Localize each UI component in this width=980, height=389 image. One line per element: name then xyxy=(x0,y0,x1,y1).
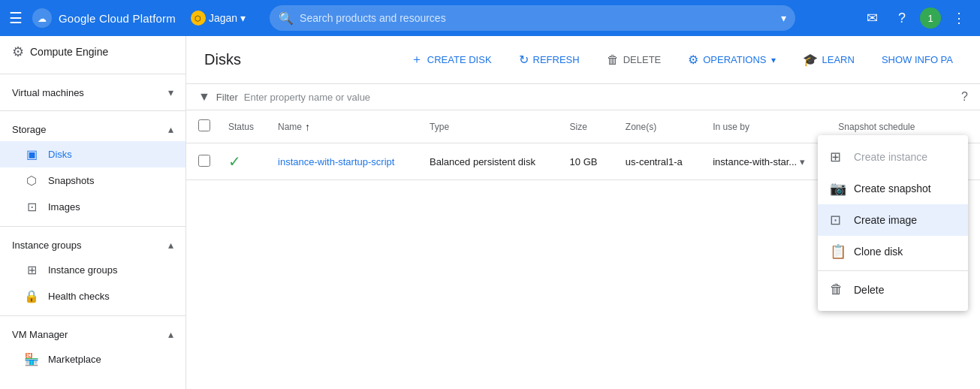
main-content: Disks ＋ CREATE DISK ↻ REFRESH 🗑 DELETE ⚙… xyxy=(186,36,980,389)
refresh-label: REFRESH xyxy=(533,54,580,65)
row-status: ✓ xyxy=(216,143,266,180)
delete-label: DELETE xyxy=(623,54,662,65)
health-checks-label: Health checks xyxy=(48,291,110,302)
operations-button[interactable]: ⚙ OPERATIONS ▾ xyxy=(679,47,784,72)
row-checkbox-cell xyxy=(186,143,216,180)
instance-groups-label: Instance groups xyxy=(48,264,118,276)
sidebar-item-snapshots[interactable]: ⬡ Snapshots xyxy=(0,167,185,194)
context-delete-label: Delete xyxy=(854,284,884,296)
instance-groups-chevron-icon: ▴ xyxy=(168,239,173,251)
header-status: Status xyxy=(216,110,266,143)
operations-label: OPERATIONS xyxy=(703,54,766,65)
delete-button[interactable]: 🗑 DELETE xyxy=(598,48,671,72)
search-input[interactable] xyxy=(300,12,781,24)
header-name[interactable]: Name ↑ xyxy=(266,110,418,143)
learn-button[interactable]: 🎓 LEARN xyxy=(794,47,864,72)
sidebar-item-disks[interactable]: ▣ Disks xyxy=(0,141,185,167)
project-dropdown-icon: ▾ xyxy=(240,12,246,24)
avatar[interactable]: 1 xyxy=(920,8,941,29)
create-instance-label: Create instance xyxy=(854,151,927,163)
context-menu-item-clone-disk[interactable]: 📋 Clone disk xyxy=(818,236,968,267)
refresh-button[interactable]: ↻ REFRESH xyxy=(510,47,589,72)
search-bar: 🔍 ▾ xyxy=(270,5,795,31)
sidebar-divider-1 xyxy=(0,110,185,111)
status-ok-icon: ✓ xyxy=(228,153,241,170)
more-options-icon[interactable]: ⋮ xyxy=(947,6,971,30)
header-zones: Zone(s) xyxy=(614,110,701,143)
sidebar-item-instance-groups[interactable]: ⊞ Instance groups xyxy=(0,257,185,283)
snapshots-icon: ⬡ xyxy=(24,173,39,188)
header-checkbox-cell xyxy=(186,110,216,143)
disk-name-link[interactable]: instance-with-startup-script xyxy=(278,156,394,167)
header-in-use-by: In use by xyxy=(701,110,826,143)
storage-label: Storage xyxy=(12,124,162,135)
sidebar-section-virtual-machines[interactable]: Virtual machines ▾ xyxy=(0,80,185,104)
name-sort-icon: ↑ xyxy=(305,121,310,133)
create-disk-button[interactable]: ＋ CREATE DISK xyxy=(402,47,501,73)
header-name-label: Name xyxy=(278,122,302,132)
row-checkbox[interactable] xyxy=(198,155,210,167)
learn-label: LEARN xyxy=(822,54,855,65)
marketplace-icon: 🏪 xyxy=(24,352,39,366)
row-size: 10 GB xyxy=(558,143,614,180)
sidebar-divider-2 xyxy=(0,226,185,227)
row-in-use-by: instance-with-star... ▾ xyxy=(701,143,826,180)
sidebar-section-instance-groups[interactable]: Instance groups ▴ xyxy=(0,233,185,257)
notifications-icon[interactable]: ✉ xyxy=(860,6,884,30)
gcp-logo-icon: ☁ xyxy=(32,8,53,29)
filter-help-icon[interactable]: ? xyxy=(961,90,968,104)
row-name: instance-with-startup-script xyxy=(266,143,418,180)
row-zones: us-central1-a xyxy=(614,143,701,180)
search-icon: 🔍 xyxy=(279,11,294,26)
context-menu-divider xyxy=(818,270,968,271)
sidebar-item-health-checks[interactable]: 🔒 Health checks xyxy=(0,283,185,309)
sidebar-item-images[interactable]: ⊡ Images xyxy=(0,194,185,220)
app-name-label: Google Cloud Platform xyxy=(59,12,176,25)
show-info-button[interactable]: SHOW INFO PA xyxy=(873,49,962,71)
context-menu-item-create-instance[interactable]: ⊞ Create instance xyxy=(818,141,968,173)
create-image-label: Create image xyxy=(854,214,917,226)
project-selector[interactable]: ⬡ Jagan ▾ xyxy=(185,8,252,29)
sidebar-app-title: Compute Engine xyxy=(30,46,173,58)
context-menu-item-create-image[interactable]: ⊡ Create image xyxy=(818,204,968,236)
context-menu: ⊞ Create instance 📷 Create snapshot ⊡ Cr… xyxy=(818,135,968,311)
topbar-actions: ✉ ? 1 ⋮ xyxy=(860,6,971,30)
menu-icon[interactable]: ☰ xyxy=(9,9,23,27)
sidebar-section-vm-manager[interactable]: VM Manager ▴ xyxy=(0,322,185,346)
search-dropdown-icon[interactable]: ▾ xyxy=(781,12,786,24)
create-disk-icon: ＋ xyxy=(411,52,423,68)
sidebar: ⚙ Compute Engine Virtual machines ▾ Stor… xyxy=(0,36,186,389)
help-icon[interactable]: ? xyxy=(890,6,914,30)
filter-input[interactable] xyxy=(244,92,955,103)
health-checks-icon: 🔒 xyxy=(24,289,39,303)
create-disk-label: CREATE DISK xyxy=(427,54,492,65)
refresh-icon: ↻ xyxy=(519,53,529,67)
context-menu-item-create-snapshot[interactable]: 📷 Create snapshot xyxy=(818,173,968,204)
sidebar-item-marketplace[interactable]: 🏪 Marketplace xyxy=(0,346,185,372)
filter-label: Filter xyxy=(216,92,238,103)
virtual-machines-label: Virtual machines xyxy=(12,87,162,98)
topbar: ☰ ☁ Google Cloud Platform ⬡ Jagan ▾ 🔍 ▾ … xyxy=(0,0,980,36)
instance-groups-icon: ⊞ xyxy=(24,263,39,277)
sidebar-section-storage[interactable]: Storage ▴ xyxy=(0,117,185,141)
instance-groups-section-label: Instance groups xyxy=(12,240,162,251)
context-menu-item-delete[interactable]: 🗑 Delete xyxy=(818,274,968,305)
operations-dropdown-icon: ▾ xyxy=(771,55,776,65)
sidebar-divider-top xyxy=(0,74,185,74)
clone-disk-label: Clone disk xyxy=(854,246,903,258)
sidebar-app-header: ⚙ Compute Engine xyxy=(0,36,185,68)
select-all-checkbox[interactable] xyxy=(198,119,210,131)
header-type: Type xyxy=(418,110,558,143)
learn-icon: 🎓 xyxy=(803,53,818,67)
sidebar-divider-3 xyxy=(0,315,185,316)
disks-label: Disks xyxy=(48,149,72,160)
marketplace-label: Marketplace xyxy=(48,354,101,365)
snapshots-label: Snapshots xyxy=(48,175,94,186)
filter-icon: ▼ xyxy=(198,90,210,104)
filter-bar: ▼ Filter ? xyxy=(186,84,980,110)
in-use-expand-icon[interactable]: ▾ xyxy=(800,156,805,167)
create-instance-icon: ⊞ xyxy=(830,149,845,165)
context-delete-icon: 🗑 xyxy=(830,282,845,297)
disks-icon: ▣ xyxy=(24,147,39,161)
vm-manager-label: VM Manager xyxy=(12,329,162,340)
